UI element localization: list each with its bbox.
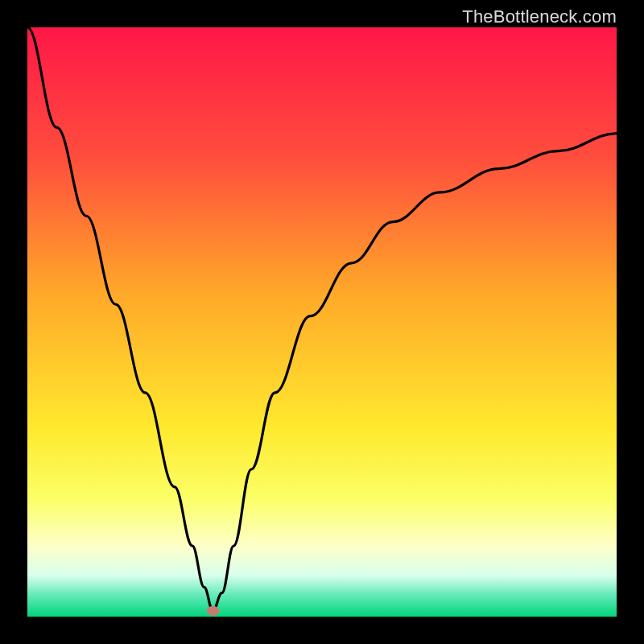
bottleneck-chart-svg [27,27,617,617]
gradient-background [27,27,617,617]
plot-area [27,27,617,617]
min-marker [207,606,220,616]
chart-frame: TheBottleneck.com [0,0,644,644]
watermark-text: TheBottleneck.com [462,6,617,27]
